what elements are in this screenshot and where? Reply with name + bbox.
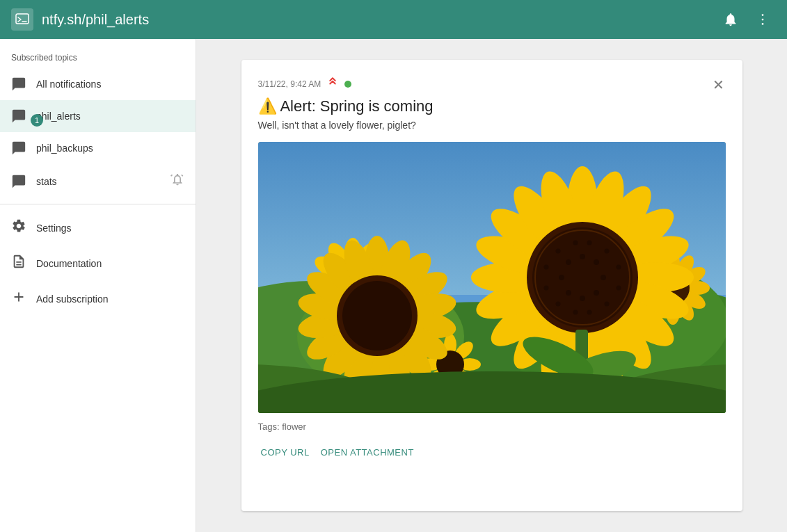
sidebar-item-phil-backups[interactable]: phil_backups <box>0 132 196 164</box>
app-title: ntfy.sh/phil_alerts <box>42 12 149 28</box>
svg-point-81 <box>616 265 621 270</box>
card-tags: Tags: flower <box>258 421 726 432</box>
sidebar-item-all-notifications[interactable]: All notifications <box>0 68 196 100</box>
card-header: 3/11/22, 9:42 AM ✕ <box>258 76 726 93</box>
svg-point-113 <box>342 281 412 350</box>
copy-url-button[interactable]: COPY URL <box>258 443 312 462</box>
card-body: Well, isn't that a lovely flower, piglet… <box>258 120 726 131</box>
add-subscription-item[interactable]: Add subscription <box>0 281 196 316</box>
chat-icon-phil-backups <box>11 140 26 156</box>
svg-point-73 <box>601 275 606 280</box>
notifications-button[interactable] <box>717 6 744 33</box>
card-timestamp: 3/11/22, 9:42 AM <box>258 79 321 89</box>
more-options-button[interactable] <box>749 6 776 33</box>
sidebar-section-heading: Subscribed topics <box>0 39 196 68</box>
chat-icon-stats <box>11 174 26 189</box>
chat-icon-phil-alerts: 1 <box>11 108 26 124</box>
topbar-actions <box>717 6 776 33</box>
docs-icon <box>11 254 26 273</box>
main-layout: Subscribed topics All notifications 1 ph… <box>0 39 787 532</box>
svg-point-2 <box>762 14 764 16</box>
card-meta: 3/11/22, 9:42 AM <box>258 76 352 92</box>
svg-point-82 <box>616 286 621 291</box>
sidebar-item-phil-alerts[interactable]: 1 phil_alerts <box>0 100 196 132</box>
settings-item[interactable]: Settings <box>0 210 196 245</box>
documentation-item[interactable]: Documentation <box>0 245 196 281</box>
svg-point-80 <box>604 249 609 254</box>
sidebar-item-label: phil_backups <box>36 143 184 154</box>
mute-icon <box>170 172 184 190</box>
settings-label: Settings <box>36 223 72 234</box>
add-icon <box>11 289 26 308</box>
svg-point-89 <box>555 249 560 254</box>
sidebar: Subscribed topics All notifications 1 ph… <box>0 39 196 532</box>
sidebar-item-label: stats <box>36 176 161 187</box>
priority-icon <box>326 76 339 92</box>
sidebar-item-label: phil_alerts <box>36 111 184 122</box>
card-title: ⚠️ Alert: Spring is coming <box>258 97 726 115</box>
svg-point-83 <box>604 302 609 307</box>
online-indicator <box>344 81 351 88</box>
svg-point-69 <box>532 227 633 328</box>
svg-point-74 <box>594 290 599 296</box>
notification-card: 3/11/22, 9:42 AM ✕ ⚠️ Alert: Spring is c… <box>241 60 742 511</box>
svg-point-75 <box>580 296 585 301</box>
card-actions: COPY URL OPEN ATTACHMENT <box>258 443 726 462</box>
open-attachment-button[interactable]: OPEN ATTACHMENT <box>318 443 417 462</box>
svg-point-86 <box>555 302 560 307</box>
svg-point-77 <box>559 275 564 280</box>
sidebar-item-label: All notifications <box>36 79 184 90</box>
add-subscription-label: Add subscription <box>36 293 109 305</box>
topbar: ntfy.sh/phil_alerts <box>0 0 787 39</box>
svg-point-84 <box>587 310 591 315</box>
svg-point-76 <box>566 290 571 296</box>
svg-point-4 <box>762 23 764 25</box>
chat-icon <box>11 76 26 92</box>
close-button[interactable]: ✕ <box>711 76 726 93</box>
svg-point-79 <box>587 241 591 245</box>
svg-point-85 <box>573 310 578 315</box>
svg-rect-0 <box>16 14 29 24</box>
topbar-left: ntfy.sh/phil_alerts <box>11 8 149 31</box>
unread-badge: 1 <box>31 114 43 127</box>
docs-label: Documentation <box>36 258 102 269</box>
svg-point-72 <box>594 259 599 265</box>
settings-icon <box>11 218 26 237</box>
svg-point-90 <box>573 241 578 245</box>
svg-point-3 <box>762 19 764 21</box>
svg-point-87 <box>543 286 548 291</box>
terminal-icon <box>11 8 33 31</box>
svg-point-71 <box>580 254 585 259</box>
svg-point-78 <box>566 259 571 265</box>
sidebar-divider <box>0 204 196 204</box>
svg-point-88 <box>543 265 548 270</box>
card-attachment-image <box>258 142 726 413</box>
sidebar-item-stats[interactable]: stats <box>0 164 196 198</box>
content-area: 3/11/22, 9:42 AM ✕ ⚠️ Alert: Spring is c… <box>196 39 787 532</box>
